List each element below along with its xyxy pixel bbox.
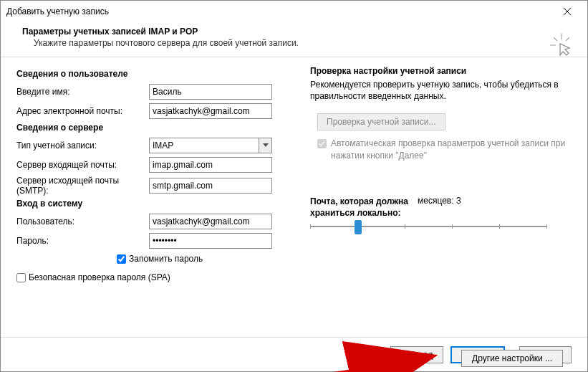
outgoing-server-label: Сервер исходящей почты (SMTP): xyxy=(16,176,149,196)
email-label: Адрес электронной почты: xyxy=(16,106,149,116)
account-type-value: IMAP xyxy=(150,140,259,151)
outgoing-server-input[interactable] xyxy=(149,178,272,194)
close-icon xyxy=(564,8,571,15)
mail-local-value: месяцев: 3 xyxy=(418,196,461,206)
auto-test-checkbox xyxy=(317,139,327,148)
auto-test-label: Автоматическая проверка параметров учетн… xyxy=(331,138,572,161)
cursor-decor-icon xyxy=(550,34,573,59)
header-title: Параметры учетных записей IMAP и POP xyxy=(22,27,566,37)
svg-line-5 xyxy=(566,37,569,41)
password-input[interactable] xyxy=(149,233,272,249)
test-settings-title: Проверка настройки учетной записи xyxy=(310,66,572,76)
test-account-button: Проверка учетной записи... xyxy=(317,113,445,130)
user-section-title: Сведения о пользователе xyxy=(16,69,303,79)
name-label: Введите имя: xyxy=(16,87,149,97)
close-button[interactable] xyxy=(553,1,582,22)
test-settings-desc: Рекомендуется проверить учетную запись, … xyxy=(310,79,572,102)
server-section-title: Сведения о сервере xyxy=(16,123,303,133)
mail-local-label: Почта, которая должна храниться локально… xyxy=(310,196,418,219)
window-title: Добавить учетную запись xyxy=(6,6,553,16)
left-column: Сведения о пользователе Введите имя: Адр… xyxy=(16,66,303,328)
dialog-window: Добавить учетную запись Параметры учетны… xyxy=(0,0,588,372)
incoming-server-label: Сервер входящей почты: xyxy=(16,160,149,170)
slider-thumb[interactable] xyxy=(355,220,362,234)
username-label: Пользователь: xyxy=(16,216,149,226)
email-input[interactable] xyxy=(149,103,272,119)
content-area: Сведения о пользователе Введите имя: Адр… xyxy=(1,57,587,337)
back-button[interactable]: < Назад xyxy=(390,346,444,363)
right-column: Проверка настройки учетной записи Рекоме… xyxy=(303,66,572,328)
name-input[interactable] xyxy=(149,84,272,100)
remember-password-checkbox[interactable] xyxy=(117,254,126,264)
spa-checkbox[interactable] xyxy=(16,273,26,282)
spa-label: Безопасная проверка пароля (SPA) xyxy=(29,272,170,282)
header: Параметры учетных записей IMAP и POP Ука… xyxy=(1,22,587,57)
password-label: Пароль: xyxy=(16,236,149,246)
login-section-title: Вход в систему xyxy=(16,199,303,209)
remember-password-label: Запомнить пароль xyxy=(129,254,203,264)
chevron-down-icon xyxy=(259,138,271,153)
username-input[interactable] xyxy=(149,214,272,229)
mail-retention-slider[interactable] xyxy=(310,226,546,227)
more-settings-button[interactable]: Другие настройки ... xyxy=(461,350,563,367)
svg-line-4 xyxy=(554,37,557,41)
account-type-select[interactable]: IMAP xyxy=(149,138,272,153)
titlebar: Добавить учетную запись xyxy=(1,1,587,22)
incoming-server-input[interactable] xyxy=(149,157,272,173)
account-type-label: Тип учетной записи: xyxy=(16,140,149,151)
header-subtitle: Укажите параметры почтового сервера для … xyxy=(22,38,566,48)
